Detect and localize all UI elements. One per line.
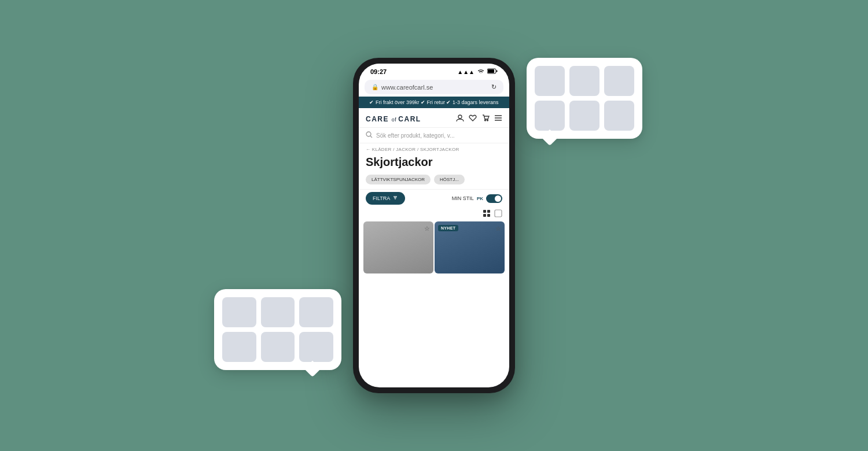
account-icon[interactable] xyxy=(456,114,464,124)
product-image-1 xyxy=(363,221,433,273)
bubble-cell xyxy=(299,297,333,327)
bubble-cell xyxy=(261,297,295,327)
filter-button[interactable]: FILTRA xyxy=(366,192,405,205)
bubble-bottom-left xyxy=(214,289,341,370)
search-placeholder-text: Sök efter produkt, kategori, v... xyxy=(376,132,454,139)
toggle-knob xyxy=(495,195,501,202)
scene: 09:27 ▲▲▲ xyxy=(231,23,637,428)
min-stil-control: MIN STIL PK xyxy=(452,194,502,203)
view-mode xyxy=(359,208,509,221)
brand-logo: CARE of CARL xyxy=(366,115,421,123)
bubble-cell xyxy=(569,101,599,131)
svg-rect-2 xyxy=(496,71,498,72)
svg-rect-17 xyxy=(487,214,490,217)
filter-label: FILTRA xyxy=(373,195,390,201)
grid-view-icon[interactable] xyxy=(483,209,491,219)
min-stil-toggle[interactable] xyxy=(486,194,502,203)
search-bar[interactable]: Sök efter produkt, kategori, v... xyxy=(359,128,509,143)
svg-point-3 xyxy=(458,115,462,119)
wishlist-icon-2[interactable]: ☆ xyxy=(495,225,501,232)
product-card-2[interactable]: NYHET ☆ xyxy=(435,221,505,273)
page-title: Skjortjackor xyxy=(359,154,509,172)
bubble-cell xyxy=(299,332,333,362)
product-card-1[interactable]: ☆ xyxy=(363,221,433,273)
breadcrumb-text: ← KLÄDER / JACKOR / SKJORTJACKOR xyxy=(366,147,459,152)
url-text: www.careofcarl.se xyxy=(381,84,433,91)
min-stil-label: MIN STIL xyxy=(452,195,474,201)
svg-rect-1 xyxy=(488,69,494,73)
toolbar: FILTRA MIN STIL PK xyxy=(359,189,509,208)
reload-icon[interactable]: ↻ xyxy=(491,83,496,91)
filter-tab-host[interactable]: HÖSTJ... xyxy=(434,175,465,184)
svg-point-5 xyxy=(487,120,488,121)
lock-icon: 🔒 xyxy=(372,84,378,90)
svg-point-4 xyxy=(485,120,486,121)
svg-rect-15 xyxy=(487,210,490,213)
url-bar-left: 🔒 www.careofcarl.se xyxy=(372,84,433,91)
breadcrumb: ← KLÄDER / JACKOR / SKJORTJACKOR xyxy=(359,143,509,154)
bubble-cell xyxy=(569,66,599,96)
wishlist-header-icon[interactable] xyxy=(469,114,477,124)
bubble-cell xyxy=(535,101,565,131)
status-icons: ▲▲▲ xyxy=(457,68,498,75)
battery-icon xyxy=(487,68,498,75)
wishlist-icon-1[interactable]: ☆ xyxy=(424,225,430,232)
signal-icon: ▲▲▲ xyxy=(457,69,475,75)
status-bar: 09:27 ▲▲▲ xyxy=(359,64,509,77)
promo-text: ✔ Fri frakt över 399kr ✔ Fri retur ✔ 1-3… xyxy=(369,99,498,105)
bubble-cell xyxy=(535,66,565,96)
filter-icon xyxy=(392,195,398,202)
list-view-icon[interactable] xyxy=(494,209,502,219)
site-header: CARE of CARL xyxy=(359,108,509,128)
phone-shell: 09:27 ▲▲▲ xyxy=(353,58,515,393)
svg-rect-18 xyxy=(495,210,502,217)
search-icon xyxy=(366,131,373,139)
svg-line-10 xyxy=(370,136,372,138)
brand-care: CARE xyxy=(366,115,392,123)
bubble-grid-top xyxy=(535,66,634,131)
toggle-label: PK xyxy=(477,196,483,201)
phone-screen: 09:27 ▲▲▲ xyxy=(359,64,509,387)
wifi-icon xyxy=(477,68,485,75)
bubble-top-right xyxy=(527,58,642,139)
filter-tab-latt[interactable]: LÄTTVIKTSPUNJACKOR xyxy=(366,175,431,184)
brand-carl: CARL xyxy=(398,115,421,123)
promo-banner: ✔ Fri frakt över 399kr ✔ Fri retur ✔ 1-3… xyxy=(359,97,509,108)
menu-icon[interactable] xyxy=(494,114,502,124)
bubble-cell xyxy=(222,297,256,327)
header-icons xyxy=(456,114,502,124)
brand-of: of xyxy=(392,117,399,123)
status-time: 09:27 xyxy=(370,68,387,75)
bubble-cell xyxy=(261,332,295,362)
filter-tabs: LÄTTVIKTSPUNJACKOR HÖSTJ... xyxy=(359,172,509,189)
svg-point-9 xyxy=(366,132,371,136)
bubble-cell xyxy=(222,332,256,362)
product-grid: ☆ NYHET ☆ xyxy=(359,221,509,273)
svg-rect-16 xyxy=(483,214,486,217)
svg-rect-14 xyxy=(483,210,486,213)
bubble-cell xyxy=(604,66,634,96)
cart-icon[interactable] xyxy=(481,114,490,124)
bubble-cell xyxy=(604,101,634,131)
url-bar[interactable]: 🔒 www.careofcarl.se ↻ xyxy=(365,80,503,94)
bubble-grid-bottom xyxy=(222,297,333,362)
nyhet-badge: NYHET xyxy=(438,225,458,231)
